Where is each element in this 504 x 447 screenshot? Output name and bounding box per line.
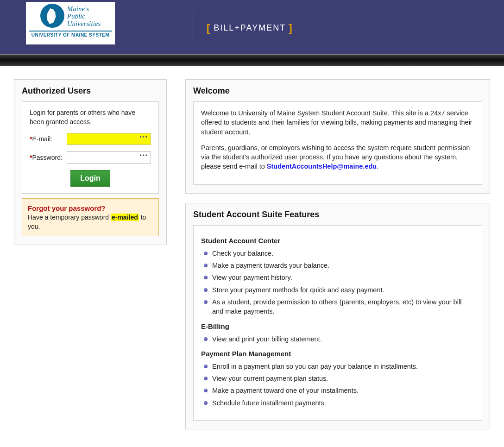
feature-list-ebilling: View and print your billing statement. xyxy=(201,333,474,345)
password-label: *Password: xyxy=(30,154,63,161)
forgot-password-text: Have a temporary password e-mailed to yo… xyxy=(28,214,146,230)
welcome-title: Welcome xyxy=(193,86,482,96)
login-button[interactable]: Login xyxy=(70,170,110,187)
list-item: View your current payment plan status. xyxy=(201,372,474,384)
maine-state-icon xyxy=(40,4,64,28)
support-email-link[interactable]: StudentAccountsHelp@maine.edu xyxy=(267,163,377,170)
welcome-text-1: Welcome to University of Maine System St… xyxy=(201,108,474,137)
feature-section-title: Student Account Center xyxy=(201,237,474,245)
authorized-users-panel: Authorized Users Login for parents or ot… xyxy=(14,79,167,245)
app-title: [BILL+PAYMENT] xyxy=(204,22,296,34)
org-logo: Maine's Public Universities UNIVERSITY O… xyxy=(26,2,115,44)
list-item: Check your balance. xyxy=(201,247,474,259)
feature-list-payment-plan: Enroll in a payment plan so you can pay … xyxy=(201,360,474,409)
list-item: View your payment history. xyxy=(201,271,474,283)
list-item: View and print your billing statement. xyxy=(201,333,474,345)
login-panel-title: Authorized Users xyxy=(22,86,159,96)
org-name: Maine's Public Universities xyxy=(67,4,101,27)
welcome-text-2: Parents, guardians, or employers wishing… xyxy=(201,143,474,171)
top-header: Maine's Public Universities UNIVERSITY O… xyxy=(0,0,504,54)
email-field[interactable] xyxy=(67,133,151,145)
list-item: Schedule future installment payments. xyxy=(201,397,474,409)
list-item: Make a payment toward one of your instal… xyxy=(201,384,474,397)
email-label: *E-mail: xyxy=(30,135,63,143)
forgot-password-box[interactable]: Forgot your password? Have a temporary p… xyxy=(22,198,159,236)
login-description: Login for parents or others who have bee… xyxy=(30,108,151,126)
feature-section-title: Payment Plan Management xyxy=(201,350,474,358)
feature-section-title: E-Billing xyxy=(201,322,474,330)
features-panel: Student Account Suite Features Student A… xyxy=(185,203,490,429)
features-title: Student Account Suite Features xyxy=(193,210,482,220)
feature-list-account-center: Check your balance. Make a payment towar… xyxy=(201,247,474,318)
list-item: As a student, provide permission to othe… xyxy=(201,296,474,318)
password-field[interactable] xyxy=(67,151,151,164)
header-separator-bar xyxy=(0,54,504,66)
header-divider xyxy=(194,10,194,43)
forgot-password-title: Forgot your password? xyxy=(28,203,153,213)
list-item: Enroll in a payment plan so you can pay … xyxy=(201,360,474,372)
login-form: Login for parents or others who have bee… xyxy=(22,101,159,194)
org-subtitle: UNIVERSITY OF MAINE SYSTEM xyxy=(32,31,109,38)
list-item: Store your payment methods for quick and… xyxy=(201,284,474,296)
list-item: Make a payment towards your balance. xyxy=(201,259,474,271)
welcome-panel: Welcome Welcome to University of Maine S… xyxy=(185,79,490,194)
